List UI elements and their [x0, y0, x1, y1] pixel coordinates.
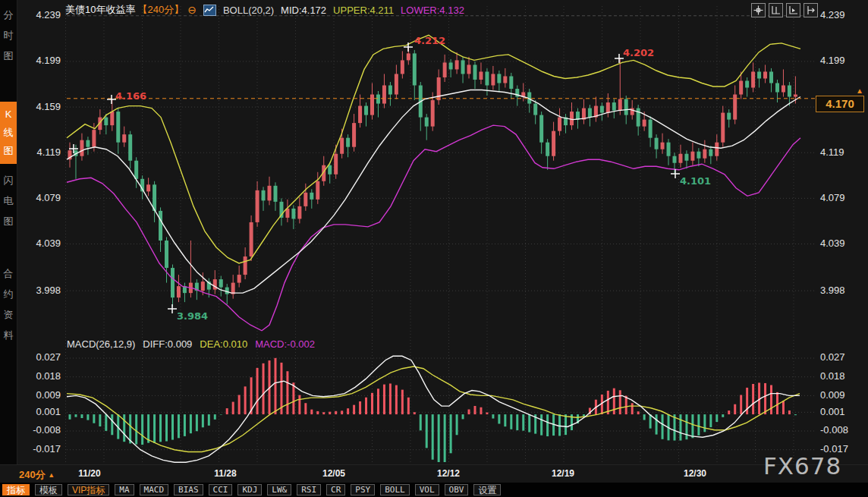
x-label: 12/12	[432, 468, 465, 479]
indicator-ma[interactable]: MA	[115, 484, 134, 495]
annotations-layer: 4.1664.2124.2024.1013.984	[69, 35, 711, 322]
fit-view-icon[interactable]	[804, 3, 818, 17]
macd-macd-value: MACD:-0.002	[255, 338, 315, 350]
svg-text:-0.008: -0.008	[820, 424, 848, 436]
macd-params: MACD(26,12,9)	[67, 338, 135, 350]
svg-text:4.079: 4.079	[820, 192, 845, 203]
svg-text:4.199: 4.199	[36, 55, 61, 66]
svg-text:4.202: 4.202	[623, 47, 654, 58]
indicator-toolbar: 指标 模板 VIP指标 MA MACD BIAS CCI KDJ LW& RSI…	[0, 483, 868, 497]
indicator-boll[interactable]: BOLL	[380, 484, 410, 495]
settings-button[interactable]: 设置	[473, 484, 501, 495]
macd-layer	[67, 356, 800, 462]
sidebar: 分时图 K线图 闪电图 合约资料	[0, 0, 17, 464]
x-axis-scale-icon[interactable]	[786, 3, 800, 17]
svg-text:4.119: 4.119	[820, 146, 844, 158]
svg-text:4.079: 4.079	[36, 192, 61, 203]
x-label: 12/19	[546, 468, 580, 479]
chart-toolbar-icons	[751, 3, 818, 17]
svg-text:-0.008: -0.008	[33, 424, 61, 436]
svg-text:0.009: 0.009	[820, 389, 845, 401]
sidebar-tab-flash-chart[interactable]: 闪电图	[0, 170, 17, 231]
axis-labels-layer: 4.2394.2394.1994.1994.1594.1594.1194.119…	[33, 9, 848, 455]
macd-dea-value: DEA:0.010	[200, 338, 247, 350]
svg-text:3.998: 3.998	[820, 285, 845, 296]
pan-icon[interactable]	[751, 3, 766, 17]
svg-text:0.001: 0.001	[36, 406, 61, 417]
indicator-lwr[interactable]: LW&	[267, 484, 291, 495]
tab-template[interactable]: 模板	[35, 484, 62, 495]
svg-text:4.239: 4.239	[36, 9, 61, 20]
instrument-title: 美债10年收益率	[65, 3, 135, 17]
macd-header: MACD(26,12,9) DIFF:0.009 DEA:0.010 MACD:…	[67, 338, 315, 350]
sidebar-tab-kline-chart[interactable]: K线图	[0, 102, 17, 164]
svg-text:4.039: 4.039	[36, 237, 61, 249]
tab-indicator[interactable]: 指标	[2, 484, 30, 495]
svg-text:3.984: 3.984	[177, 310, 208, 322]
watermark: FX678	[763, 452, 841, 480]
mini-chart-icon	[203, 5, 216, 16]
svg-text:4.212: 4.212	[414, 35, 445, 46]
svg-text:0.009: 0.009	[36, 389, 61, 401]
period-arrow-icon: ▲	[48, 471, 55, 479]
svg-text:4.166: 4.166	[115, 90, 146, 102]
grid-layer	[66, 6, 816, 463]
indicator-macd[interactable]: MACD	[140, 484, 169, 495]
price-marker-icon[interactable]: ▲	[856, 87, 863, 95]
x-axis-row: 240分 ▲ 11/20 11/28 12/05 12/12 12/19 12/…	[0, 464, 868, 483]
period-text: 240分	[19, 469, 46, 480]
y-axis-scale-icon[interactable]	[769, 3, 783, 17]
svg-text:3.998: 3.998	[36, 285, 61, 296]
boll-lower-value: LOWER:4.132	[401, 5, 464, 16]
indicator-obv[interactable]: OBV	[445, 484, 469, 495]
boll-mid-value: MID:4.172	[281, 5, 326, 16]
indicator-name: BOLL(20,2)	[223, 5, 274, 16]
sidebar-tab-contract-info[interactable]: 合约资料	[0, 263, 17, 345]
svg-text:4.199: 4.199	[820, 55, 845, 66]
x-label: 12/30	[678, 468, 712, 479]
collapse-icon[interactable]: ⊖	[187, 5, 197, 15]
svg-text:4.101: 4.101	[680, 175, 711, 187]
indicator-cr[interactable]: CR	[326, 484, 345, 495]
chart-canvas[interactable]: 4.2394.2394.1994.1994.1594.1594.1194.119…	[0, 0, 868, 464]
indicator-psy[interactable]: PSY	[351, 484, 375, 495]
macd-diff-value: DIFF:0.009	[143, 338, 192, 350]
period-selector[interactable]: 240分 ▲	[19, 468, 55, 482]
boll-upper-value: UPPER:4.211	[333, 5, 394, 16]
current-price-badge: 4.170	[816, 96, 864, 112]
svg-text:4.039: 4.039	[820, 237, 845, 249]
svg-text:0.027: 0.027	[36, 351, 61, 363]
svg-text:0.018: 0.018	[820, 370, 845, 382]
svg-text:4.119: 4.119	[36, 146, 61, 158]
chart-header: 美债10年收益率 【240分】 ⊖ BOLL(20,2) MID:4.172 U…	[65, 3, 464, 17]
indicator-rsi[interactable]: RSI	[297, 484, 321, 495]
period-tag[interactable]: 【240分】	[137, 3, 184, 17]
tab-vip-indicator[interactable]: VIP指标	[68, 484, 109, 495]
trading-app: 4.2394.2394.1994.1994.1594.1594.1194.119…	[0, 0, 868, 497]
svg-text:0.018: 0.018	[36, 370, 61, 382]
svg-text:4.239: 4.239	[820, 9, 845, 20]
indicator-bias[interactable]: BIAS	[174, 484, 203, 495]
svg-text:-0.017: -0.017	[33, 443, 61, 455]
indicator-cci[interactable]: CCI	[209, 484, 233, 495]
indicator-kdj[interactable]: KDJ	[237, 484, 262, 495]
indicator-vol[interactable]: VOL	[415, 484, 439, 495]
x-label: 12/05	[317, 468, 351, 479]
x-label: 11/28	[209, 468, 242, 479]
sidebar-tab-time-chart[interactable]: 分时图	[0, 5, 17, 66]
x-label: 11/20	[73, 468, 106, 479]
svg-text:4.159: 4.159	[36, 101, 61, 112]
svg-text:0.027: 0.027	[820, 351, 845, 363]
svg-text:0.001: 0.001	[820, 406, 845, 417]
